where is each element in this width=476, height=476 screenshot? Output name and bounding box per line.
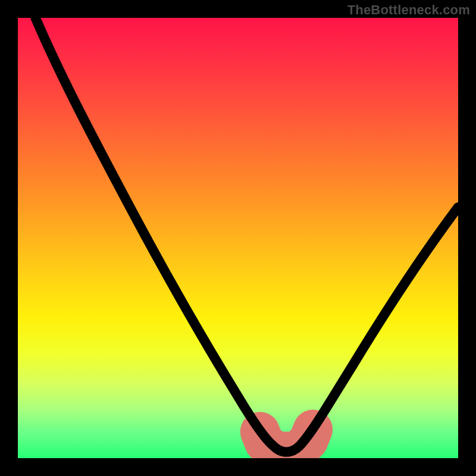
watermark-text: TheBottleneck.com xyxy=(347,2,470,18)
curve-layer xyxy=(18,18,458,458)
bottleneck-curve xyxy=(36,18,458,452)
chart-frame: TheBottleneck.com xyxy=(0,0,476,476)
plot-area xyxy=(18,18,458,458)
